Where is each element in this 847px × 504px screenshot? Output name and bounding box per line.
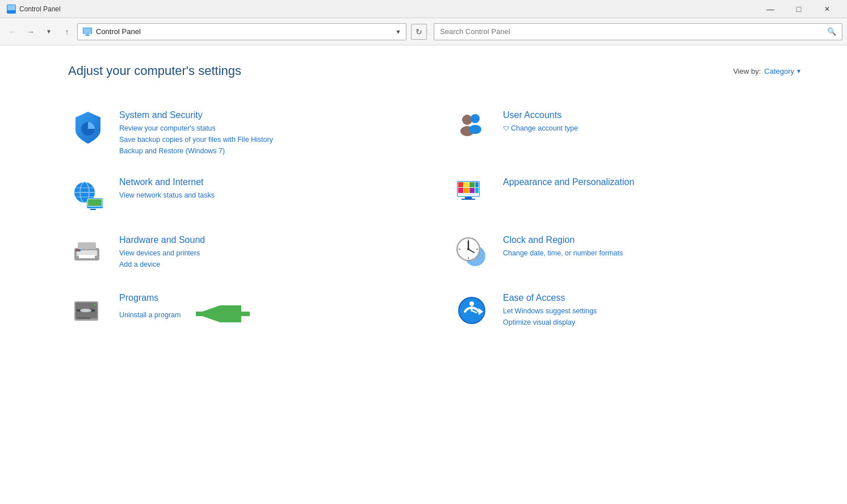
svg-point-39 (77, 250, 79, 251)
nav-bar: ← → ▼ ↑ Control Panel ▼ ↻ 🔍 (0, 18, 847, 45)
svg-point-12 (469, 125, 481, 134)
programs-uninstall-row: Uninstall a program (119, 305, 418, 325)
programs-title[interactable]: Programs (119, 293, 418, 303)
network-internet-title[interactable]: Network and Internet (119, 177, 418, 187)
change-datetime-link[interactable]: Change date, time, or number formats (503, 247, 802, 259)
up-button[interactable]: ↑ (59, 24, 75, 40)
view-by-control: View by: Category ▼ (733, 67, 802, 75)
clock-region-title[interactable]: Clock and Region (503, 235, 802, 245)
address-icon (82, 27, 93, 37)
add-device-link[interactable]: Add a device (119, 259, 418, 270)
category-hardware-sound: Hardware and Sound View devices and prin… (68, 224, 418, 282)
view-network-status-link[interactable]: View network status and tasks (119, 190, 418, 201)
svg-rect-28 (458, 188, 463, 193)
user-accounts-content: User Accounts Change account type (503, 108, 802, 134)
svg-rect-1 (7, 5, 15, 10)
svg-rect-37 (79, 255, 95, 258)
svg-rect-36 (78, 242, 96, 249)
user-accounts-icon (452, 108, 492, 148)
hardware-sound-content: Hardware and Sound View devices and prin… (119, 233, 418, 270)
svg-rect-21 (88, 199, 102, 206)
window-controls: — □ ✕ (757, 0, 840, 18)
refresh-button[interactable]: ↻ (411, 24, 427, 40)
svg-rect-6 (86, 34, 89, 35)
back-button[interactable]: ← (5, 24, 20, 40)
svg-rect-30 (469, 188, 475, 193)
view-by-label: View by: (733, 67, 761, 75)
category-user-accounts: User Accounts Change account type (452, 99, 802, 166)
programs-icon (68, 291, 108, 330)
search-bar[interactable]: 🔍 (434, 23, 842, 40)
search-input[interactable] (440, 27, 824, 36)
svg-rect-32 (465, 197, 472, 199)
optimize-visual-display-link[interactable]: Optimize visual display (503, 317, 802, 328)
clock-region-icon (452, 233, 492, 272)
category-ease-of-access: Ease of Access Let Windows suggest setti… (452, 282, 802, 339)
ease-of-access-content: Ease of Access Let Windows suggest setti… (503, 291, 802, 328)
svg-rect-29 (464, 188, 469, 193)
page-title: Adjust your computer's settings (68, 64, 241, 78)
system-security-content: System and Security Review your computer… (119, 108, 418, 157)
svg-rect-26 (469, 182, 475, 187)
svg-rect-57 (77, 317, 90, 319)
ease-of-access-icon (452, 291, 492, 330)
view-by-dropdown[interactable]: Category ▼ (764, 67, 802, 75)
svg-point-11 (471, 114, 480, 123)
svg-point-56 (94, 304, 96, 306)
maximize-button[interactable]: □ (786, 0, 812, 18)
svg-rect-5 (83, 28, 91, 33)
svg-point-46 (467, 248, 469, 250)
category-appearance: Appearance and Personalization (452, 166, 802, 224)
system-security-title[interactable]: System and Security (119, 110, 418, 120)
title-bar: Control Panel — □ ✕ (0, 0, 847, 18)
svg-rect-33 (462, 199, 475, 200)
appearance-content: Appearance and Personalization (503, 175, 802, 190)
svg-rect-3 (10, 12, 13, 13)
clock-region-content: Clock and Region Change date, time, or n… (503, 233, 802, 259)
backup-copies-link[interactable]: Save backup copies of your files with Fi… (119, 134, 418, 145)
address-dropdown-icon[interactable]: ▼ (395, 28, 401, 35)
appearance-icon (452, 175, 492, 215)
svg-rect-2 (9, 11, 14, 12)
programs-content: Programs Uninstall a program (119, 291, 418, 325)
system-security-icon (68, 108, 108, 148)
svg-rect-7 (85, 35, 90, 35)
change-account-type-link[interactable]: Change account type (503, 123, 802, 134)
window-title: Control Panel (19, 5, 61, 13)
view-by-value-text: Category (764, 67, 794, 75)
forward-button[interactable]: → (23, 24, 39, 40)
close-button[interactable]: ✕ (814, 0, 840, 18)
dropdown-recent-button[interactable]: ▼ (41, 24, 57, 40)
categories-grid: System and Security Review your computer… (68, 99, 802, 339)
main-content: Adjust your computer's settings View by:… (0, 45, 847, 358)
address-path-text: Control Panel (96, 27, 393, 36)
hardware-sound-title[interactable]: Hardware and Sound (119, 235, 418, 245)
svg-point-66 (471, 309, 473, 312)
svg-point-55 (80, 309, 91, 312)
svg-point-40 (79, 250, 81, 251)
minimize-button[interactable]: — (757, 0, 783, 18)
green-arrow-annotation (187, 305, 255, 325)
category-clock-region: Clock and Region Change date, time, or n… (452, 224, 802, 282)
category-system-security: System and Security Review your computer… (68, 99, 418, 166)
category-programs: Programs Uninstall a program (68, 282, 418, 339)
address-bar[interactable]: Control Panel ▼ (77, 23, 406, 40)
category-network-internet: Network and Internet View network status… (68, 166, 418, 224)
page-header: Adjust your computer's settings View by:… (68, 64, 802, 78)
appearance-title[interactable]: Appearance and Personalization (503, 177, 802, 187)
svg-rect-25 (464, 182, 469, 187)
uninstall-program-link[interactable]: Uninstall a program (119, 309, 181, 321)
ease-of-access-title[interactable]: Ease of Access (503, 293, 802, 303)
view-by-arrow-icon: ▼ (796, 68, 802, 74)
windows-suggest-settings-link[interactable]: Let Windows suggest settings (503, 305, 802, 317)
svg-rect-27 (475, 182, 479, 187)
svg-rect-24 (458, 182, 463, 187)
search-icon: 🔍 (827, 27, 836, 36)
backup-restore-link[interactable]: Backup and Restore (Windows 7) (119, 145, 418, 157)
view-devices-printers-link[interactable]: View devices and printers (119, 247, 418, 259)
network-internet-content: Network and Internet View network status… (119, 175, 418, 201)
review-computer-status-link[interactable]: Review your computer's status (119, 123, 418, 134)
user-accounts-title[interactable]: User Accounts (503, 110, 802, 120)
svg-rect-20 (90, 209, 96, 210)
svg-rect-31 (475, 188, 479, 193)
